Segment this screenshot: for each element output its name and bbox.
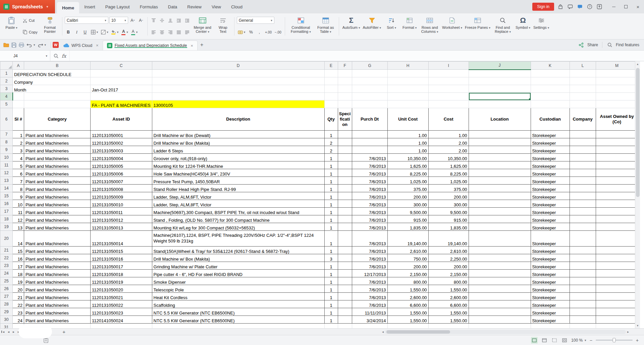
cell[interactable]: 1 [324,192,338,200]
cell[interactable]: 7/6/2013 [352,192,387,200]
cell[interactable] [596,85,638,93]
cell[interactable]: 1 [324,200,338,208]
cell[interactable]: 11/11/2013 [352,308,387,316]
cell[interactable] [91,77,152,85]
cell[interactable]: 800.00 [387,277,428,285]
menu-tab-data[interactable]: Data [163,0,182,13]
row-header-8[interactable]: 8 [0,138,13,146]
cell[interactable]: 1120131050007 [91,177,152,185]
align-right-icon[interactable] [167,28,174,36]
row-header-30[interactable]: 30 [0,316,13,324]
cell[interactable]: Plant and Machineries [24,293,91,300]
cell[interactable]: 5 [13,161,24,169]
row-header-4[interactable]: 4 [0,93,13,100]
full-screen-view-button[interactable] [561,337,568,344]
cell[interactable] [469,154,531,161]
cell[interactable]: 200.00 [387,192,428,200]
cell[interactable] [338,308,352,316]
cell[interactable] [428,77,469,85]
cell[interactable]: Drill Machine w/ Box (Makita) [152,254,324,262]
cell[interactable]: 1,550.00 [428,316,469,324]
cell[interactable]: Machine(50697),300 Compact, BSPT PIPE Th… [152,208,324,215]
select-all-corner[interactable] [0,62,13,70]
cell[interactable]: 1,025.00 [428,177,469,185]
cell[interactable] [428,93,469,100]
cell[interactable] [338,293,352,300]
menu-tab-home[interactable]: Home [57,2,79,13]
cell[interactable]: Storekeeper [531,285,570,293]
cell[interactable]: 1 [324,169,338,177]
close-button[interactable]: × [632,0,644,13]
cell[interactable]: 1 [324,161,338,169]
cell[interactable]: 1 [324,277,338,285]
cell[interactable]: Plant and Machineries [24,247,91,254]
cell[interactable] [596,293,638,300]
cell[interactable] [352,77,387,85]
cell[interactable]: 3 [13,146,24,154]
italic-button[interactable]: I [73,29,80,36]
cell[interactable] [596,215,638,223]
help-icon[interactable]: ? [586,3,593,10]
number-format-select[interactable]: General▾ [237,17,274,24]
menu-tab-cloud[interactable]: Cloud [226,0,248,13]
cell[interactable] [338,185,352,192]
cell[interactable] [570,131,596,138]
row-header-6[interactable]: 6 [0,108,13,131]
percent-button[interactable]: % [247,29,255,36]
cell[interactable] [469,308,531,316]
cell[interactable] [570,247,596,254]
cell[interactable] [24,100,91,108]
cell[interactable]: 10,350.00 [387,154,428,161]
cell[interactable]: Plant and Machineries [24,254,91,262]
cell[interactable]: Plant and Machineries [24,308,91,316]
cell[interactable]: 8,225.00 [428,169,469,177]
cell[interactable]: 2 [13,138,24,146]
cell[interactable] [352,138,387,146]
column-header-J[interactable]: J [469,62,531,70]
cell[interactable] [338,262,352,270]
cell[interactable] [352,131,387,138]
cell[interactable]: Plant and Machineries [24,131,91,138]
cell[interactable]: Plant and Machineries [24,200,91,208]
cell[interactable]: Storekeeper [531,131,570,138]
save-icon[interactable] [11,43,16,48]
cell[interactable] [338,146,352,154]
row-header-10[interactable]: 10 [0,154,13,161]
column-header-G[interactable]: G [352,62,387,70]
row-header-11[interactable]: 11 [0,161,13,169]
wps-office-icon[interactable]: W [52,42,59,48]
zoom-level[interactable]: 100 %▾ [571,338,586,343]
cell[interactable] [596,262,638,270]
cell[interactable]: 19,140.00 [428,231,469,247]
menu-tab-review[interactable]: Review [182,0,207,13]
cell[interactable]: DEPRECIATION SCHEDULE [13,70,91,77]
zoom-in-button[interactable]: + [636,338,639,343]
cell[interactable] [469,146,531,154]
cell[interactable]: Cost [428,108,469,131]
cell[interactable]: 1120131050017 [91,262,152,270]
cell[interactable]: Heat Kit Cordless [152,293,324,300]
cell[interactable] [570,208,596,215]
cell[interactable] [338,100,352,108]
copy-button[interactable]: Copy [21,29,40,36]
tab-wps-cloud[interactable]: WPS Cloud × [59,41,103,50]
cell[interactable] [596,247,638,254]
cell[interactable]: 375.00 [428,185,469,192]
cell[interactable]: 1,625.00 [428,161,469,169]
cell[interactable] [596,308,638,316]
cell[interactable]: 22 [13,300,24,308]
row-header-5[interactable]: 5 [0,100,13,108]
cell[interactable]: 1120131050004 [91,154,152,161]
merge-and-center-button[interactable]: Merge and Center▾ [192,15,214,38]
column-header-K[interactable]: K [531,62,570,70]
cell[interactable]: 1 [324,208,338,215]
cell[interactable]: 1.00 [387,131,428,138]
cell[interactable]: Stand , Folding, (OLD No. 58077) for 300… [152,215,324,223]
fill-color-button[interactable]: ▾ [110,29,120,36]
cell[interactable] [570,138,596,146]
row-header-23[interactable]: 23 [0,262,13,270]
cell[interactable]: Pipe cutter 4 - 6", HD For steel RIGID B… [152,270,324,277]
cell[interactable] [596,161,638,169]
cell[interactable]: 3 [324,254,338,262]
cell[interactable] [428,324,469,329]
